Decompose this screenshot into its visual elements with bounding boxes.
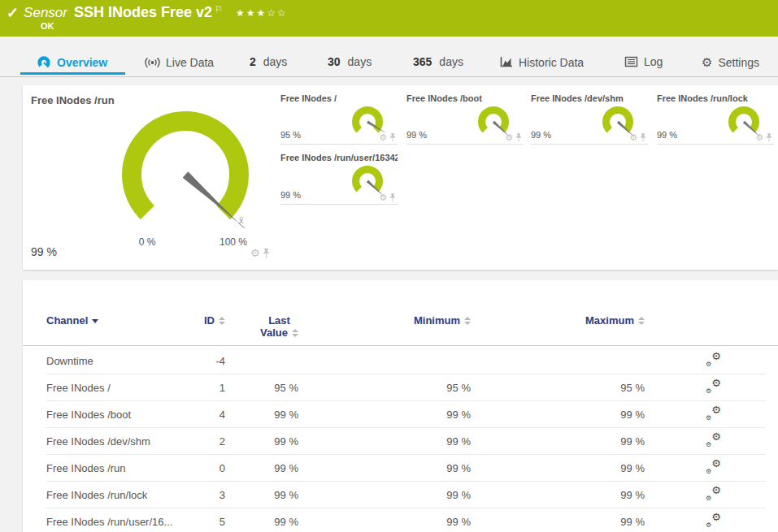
channel-name[interactable]: Free INodes /run/lock (46, 489, 201, 501)
log-icon (624, 55, 638, 68)
small-gauge-value: 95 % (280, 130, 301, 140)
tab-settings-label: Settings (718, 56, 759, 69)
tab-historic-data[interactable]: Historic Data (498, 55, 584, 69)
channel-settings-icon[interactable]: ⚙⚙ (706, 406, 721, 420)
column-header-minimum[interactable]: Minimum (298, 314, 471, 327)
tab-30-days-label: days (348, 55, 372, 68)
tab-historic-data-label: Historic Data (519, 56, 584, 69)
small-gauge-value: 99 % (280, 190, 301, 200)
pin-icon[interactable] (389, 133, 396, 142)
tab-30-days[interactable]: 30 days (328, 55, 372, 68)
channel-gear-icon[interactable]: ⚙ (629, 133, 637, 142)
channel-name[interactable]: Downtime (46, 355, 201, 367)
channel-settings-icon[interactable]: ⚙⚙ (706, 513, 721, 527)
tab-overview-label: Overview (57, 56, 107, 69)
table-row: Free INodes / 1 95 % 95 % 95 % ⚙⚙ (46, 374, 766, 401)
tab-overview[interactable]: Overview (37, 55, 107, 70)
last-value: 99 % (225, 516, 298, 528)
sensor-status-text: OK (41, 21, 54, 31)
tab-365-days[interactable]: 365 days (413, 55, 463, 68)
small-gauge-run-user: Free INodes /run/user/16342... 99 % ⚙ (280, 151, 398, 205)
small-gauge-value: 99 % (531, 130, 551, 140)
tab-30-days-number: 30 (328, 55, 341, 68)
channel-name[interactable]: Free INodes /dev/shm (46, 435, 201, 448)
small-gauge-value: 99 % (657, 130, 677, 140)
sort-desc-icon (92, 319, 98, 323)
gauges-panel: Free INodes /run x̄ 0 % 100 % 99 % ⚙ (23, 85, 778, 270)
tab-2-days[interactable]: 2 days (250, 55, 287, 68)
primary-gauge-value: 99 % (31, 245, 57, 258)
small-gauge-boot: Free INodes /boot 99 % ⚙ (406, 92, 524, 145)
channel-settings-icon[interactable]: ⚙⚙ (706, 460, 721, 474)
primary-gauge-max-label: 100 % (209, 236, 258, 248)
channel-settings-icon[interactable]: ⚙⚙ (706, 353, 721, 366)
tab-2-days-label: days (263, 55, 288, 68)
last-value: 99 % (225, 462, 298, 474)
tab-bar: Overview Live Data 2 days 30 days 365 da… (0, 37, 778, 77)
channel-settings-icon[interactable]: ⚙⚙ (706, 433, 721, 447)
channel-name[interactable]: Free INodes /boot (46, 409, 201, 421)
column-header-maximum[interactable]: Maximum (471, 314, 645, 327)
channel-id: 1 (201, 382, 225, 394)
sensor-kind-label: Sensor (24, 5, 67, 21)
pin-icon[interactable] (766, 133, 772, 142)
sensor-header: ✓ Sensor SSH INodes Free v2 ⚐ ★★★☆☆ OK (0, 0, 778, 37)
channel-name[interactable]: Free INodes / (46, 382, 201, 394)
column-header-last-value[interactable]: Last Value (260, 314, 298, 339)
minimum-value: 99 % (298, 435, 471, 448)
channel-settings-icon[interactable]: ⚙⚙ (706, 379, 721, 393)
channel-gear-icon[interactable]: ⚙ (379, 193, 387, 202)
channel-id: -4 (201, 355, 225, 367)
minimum-value: 99 % (298, 489, 471, 501)
sort-icon (638, 317, 645, 325)
channel-table-body: Downtime -4 ⚙⚙ Free INodes / 1 95 % 95 %… (23, 348, 778, 532)
sort-icon (219, 317, 225, 325)
tab-log-label: Log (644, 55, 663, 68)
channel-gear-icon[interactable]: ⚙ (755, 133, 763, 142)
table-row: Free INodes /run/lock 3 99 % 99 % 99 % ⚙… (46, 482, 766, 508)
minimum-value: 99 % (298, 462, 471, 474)
column-header-id[interactable]: ID (201, 314, 225, 327)
table-row: Free INodes /run/user/16... 5 99 % 99 % … (46, 508, 766, 532)
settings-gear-icon: ⚙ (702, 55, 712, 70)
table-row: Downtime -4 ⚙⚙ (46, 348, 766, 374)
table-row: Free INodes /dev/shm 2 99 % 99 % 99 % ⚙⚙ (46, 428, 766, 455)
pin-icon[interactable] (515, 133, 522, 142)
priority-stars[interactable]: ★★★☆☆ (236, 7, 288, 19)
minimum-value: 99 % (298, 409, 471, 421)
channel-name[interactable]: Free INodes /run/user/16... (46, 516, 201, 528)
flag-icon[interactable]: ⚐ (215, 4, 223, 15)
channel-gear-icon[interactable]: ⚙ (379, 133, 387, 142)
sort-icon (464, 317, 471, 325)
live-data-icon (145, 55, 160, 70)
last-value: 99 % (225, 489, 298, 501)
tab-2-days-number: 2 (250, 55, 256, 68)
primary-gauge-title: Free INodes /run (31, 94, 115, 106)
channel-table-header: Channel ID Last Value Minimum (23, 280, 778, 346)
channel-gear-icon[interactable]: ⚙ (505, 133, 513, 142)
tab-log[interactable]: Log (624, 55, 663, 68)
small-gauge-run-lock: Free INodes /run/lock 99 % ⚙ (657, 92, 774, 145)
pin-icon[interactable] (389, 193, 396, 202)
tab-live-data-label: Live Data (166, 56, 214, 69)
channel-name[interactable]: Free INodes /run (46, 462, 201, 474)
last-value: 99 % (225, 435, 298, 448)
channel-settings-icon[interactable]: ⚙⚙ (706, 487, 721, 500)
small-gauge-root: Free INodes / 95 % ⚙ (280, 92, 398, 145)
small-gauge-dev-shm: Free INodes /dev/shm 99 % ⚙ (531, 92, 648, 145)
stars-empty: ☆☆ (267, 7, 288, 19)
active-tab-indicator (20, 72, 125, 75)
historic-data-chart-icon (498, 55, 513, 69)
tab-live-data[interactable]: Live Data (145, 55, 214, 70)
pin-icon[interactable] (640, 133, 646, 142)
pin-icon[interactable] (263, 249, 270, 258)
table-row: Free INodes /boot 4 99 % 99 % 99 % ⚙⚙ (46, 401, 766, 428)
last-value: 95 % (225, 382, 298, 394)
sensor-overview-page: ✓ Sensor SSH INodes Free v2 ⚐ ★★★☆☆ OK O… (0, 0, 778, 532)
channel-id: 5 (201, 516, 225, 528)
channel-gear-icon[interactable]: ⚙ (250, 248, 260, 258)
average-marker: x̄ (239, 215, 244, 225)
tab-settings[interactable]: ⚙ Settings (702, 55, 759, 70)
maximum-value: 99 % (471, 435, 645, 448)
column-header-channel[interactable]: Channel (46, 314, 201, 327)
